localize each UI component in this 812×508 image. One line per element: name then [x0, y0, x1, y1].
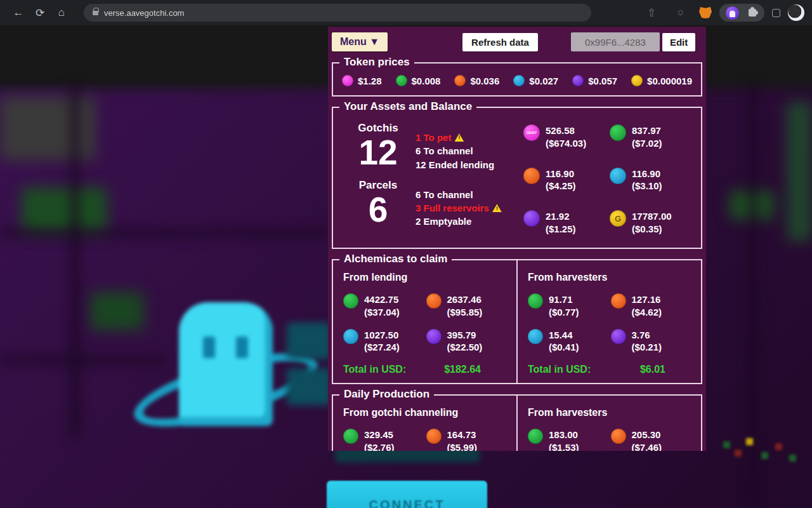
- daily-from-channeling: From gotchi channeling 329.45 ($2.76): [333, 396, 518, 451]
- claim-fud: 4422.75 ($37.04): [343, 293, 426, 319]
- pixel-block: [735, 450, 742, 457]
- token-price: $0.000019: [647, 76, 692, 86]
- token-amount: 3.76: [632, 329, 662, 342]
- ghost-eye: [203, 337, 215, 358]
- fud-token-icon: [610, 124, 626, 141]
- status-to-pet: 1 To pet: [416, 131, 494, 144]
- token-price: $0.036: [470, 76, 499, 86]
- token-balances: GHST 526.58 ($674.03) 837.97 ($7.02): [520, 122, 693, 240]
- token-amount: 837.97: [632, 124, 662, 137]
- token-usd: ($27.24): [364, 341, 400, 354]
- chrome-right-icons: ⇧ ○: [641, 4, 804, 22]
- ghst-token-icon: GHST: [523, 124, 540, 141]
- browser-window: ← ⟳ ⌂ verse.aavegotchi.com ⇧ ○: [0, 0, 812, 508]
- claims-from-lending: From lending 4422.75 ($37.04): [333, 260, 518, 383]
- section-assets: Your Assets and Balance Gotchis 12 1 To …: [332, 107, 702, 249]
- claims-from-harvesters: From harvesters 91.71 ($0.77): [518, 260, 701, 383]
- claim-alpha: 1027.50 ($27.24): [343, 329, 426, 354]
- fud-token-icon: [343, 429, 358, 444]
- status-full-reservoirs: 3 Full reservoirs: [416, 201, 502, 215]
- extensions-pill: [719, 4, 764, 22]
- column-title: From gotchi channeling: [343, 407, 509, 418]
- alpha-token-icon: [513, 75, 525, 86]
- reload-icon[interactable]: ⟳: [29, 6, 51, 20]
- claim-fomo: 127.16 ($4.62): [611, 293, 694, 319]
- token-usd: ($1.25): [546, 223, 576, 236]
- token-usd: ($0.35): [632, 223, 672, 236]
- harvesters-total: Total in USD: $6.01: [528, 364, 693, 375]
- price-item-kek: $0.057: [572, 75, 617, 86]
- wallet-address-field: 0x99F6...4283: [571, 32, 660, 51]
- address-bar[interactable]: verse.aavegotchi.com: [84, 4, 591, 22]
- token-usd: ($7.02): [632, 137, 662, 150]
- ghost-eye: [236, 337, 248, 358]
- token-price: $0.057: [588, 76, 617, 86]
- browser-chrome: ← ⟳ ⌂ verse.aavegotchi.com ⇧ ○: [0, 0, 812, 25]
- extensions-puzzle-icon[interactable]: [749, 9, 756, 17]
- share-icon[interactable]: ⇧: [641, 6, 662, 20]
- column-title: From harvesters: [528, 407, 693, 418]
- section-title: Token prices: [339, 56, 414, 69]
- blur-blob: [22, 187, 107, 233]
- gotchis-group: Gotchis 12 1 To pet 6 To channel 12 Ende…: [341, 122, 520, 171]
- token-amount: 395.79: [447, 329, 483, 342]
- fomo-token-icon: [611, 293, 626, 309]
- price-item-gltr: $0.000019: [631, 75, 692, 86]
- url-text: verse.aavegotchi.com: [104, 8, 184, 18]
- token-amount: 164.73: [447, 429, 478, 441]
- balance-fud: 837.97 ($7.02): [610, 124, 693, 150]
- asset-counts: Gotchis 12 1 To pet 6 To channel 12 Ende…: [341, 122, 520, 240]
- blur-blob: [90, 292, 144, 330]
- kek-token-icon: [523, 210, 540, 227]
- token-usd: ($2.76): [364, 441, 395, 451]
- token-usd: ($4.25): [546, 180, 576, 192]
- column-title: From lending: [343, 272, 509, 283]
- fomo-token-icon: [426, 429, 442, 444]
- token-price: $0.008: [412, 76, 441, 86]
- section-title: Your Assets and Balance: [339, 100, 476, 113]
- token-usd: ($674.03): [546, 137, 586, 150]
- total-label: Total in USD:: [343, 364, 406, 375]
- refresh-data-button[interactable]: Refresh data: [462, 33, 538, 51]
- parcels-count: 6: [341, 192, 416, 227]
- side-panel-icon[interactable]: ○: [670, 6, 691, 19]
- street-line: [70, 84, 80, 439]
- aavegotchi-extension-icon[interactable]: [726, 6, 739, 20]
- connect-button[interactable]: CONNECT: [327, 481, 487, 508]
- gotchis-count: 12: [341, 135, 416, 170]
- ghst-token-icon: [342, 75, 353, 86]
- token-amount: 205.30: [632, 429, 662, 441]
- profile-avatar[interactable]: [788, 4, 804, 21]
- token-usd: ($7.46): [632, 441, 662, 451]
- balance-ghst: GHST 526.58 ($674.03): [523, 124, 607, 150]
- section-title: Daily Production: [339, 388, 434, 401]
- status-to-channel: 6 To channel: [416, 188, 502, 201]
- browser-tool-icon[interactable]: [772, 9, 780, 17]
- menu-button[interactable]: Menu ▼: [332, 32, 388, 51]
- balance-gltr: G 17787.00 ($0.35): [610, 210, 693, 236]
- token-amount: 116.90: [632, 168, 662, 180]
- alpha-token-icon: [343, 329, 358, 344]
- status-to-channel: 6 To channel: [416, 144, 494, 157]
- metamask-icon[interactable]: [699, 7, 712, 18]
- token-usd: ($5.99): [447, 441, 478, 451]
- alpha-token-icon: [528, 329, 543, 344]
- token-price-row: $1.28 $0.008 $0.036 $0.027: [341, 71, 693, 88]
- home-icon[interactable]: ⌂: [51, 6, 72, 19]
- total-label: Total in USD:: [528, 364, 591, 375]
- total-value: $182.64: [444, 364, 481, 375]
- price-item-fomo: $0.036: [454, 75, 499, 86]
- token-usd: ($4.62): [632, 306, 662, 319]
- edit-button[interactable]: Edit: [662, 33, 695, 51]
- token-amount: 4422.75: [364, 293, 400, 306]
- token-amount: 1027.50: [364, 329, 400, 342]
- fud-token-icon: [528, 429, 543, 444]
- logo-letters-blur: [287, 323, 331, 359]
- kek-token-icon: [611, 329, 626, 344]
- daily-fud: 183.00 ($1.53): [528, 429, 611, 451]
- back-icon[interactable]: ←: [8, 6, 29, 19]
- fud-token-icon: [396, 75, 407, 86]
- fomo-token-icon: [611, 429, 626, 444]
- gltr-token-icon: [631, 75, 643, 86]
- parcels-group: Parcels 6 6 To channel 3 Full reservoirs…: [341, 179, 520, 229]
